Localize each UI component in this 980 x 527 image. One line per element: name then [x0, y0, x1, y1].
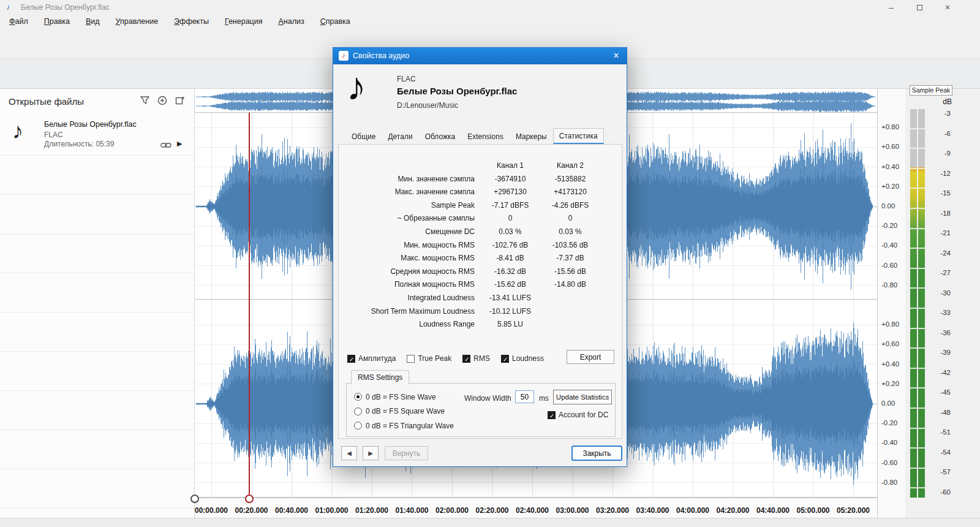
plus-circle-icon — [157, 96, 167, 105]
dialog-tab[interactable]: Статистика — [553, 128, 604, 144]
stat-option-checkbox[interactable]: RMS — [462, 354, 490, 363]
db-tick-label: -3 — [926, 110, 951, 117]
window-width-input[interactable] — [515, 390, 534, 403]
stats-row-label: Sample Peak — [344, 199, 480, 213]
stats-channel2-value: 0 — [541, 212, 600, 226]
stats-channel1-value: -102.76 dB — [480, 239, 541, 252]
account-for-dc-checkbox[interactable]: Account for DC — [548, 411, 608, 419]
link-icon[interactable] — [160, 142, 172, 150]
stats-channel1-value: -7.17 dBFS — [480, 199, 541, 213]
dialog-file-path: D:/Lenouser/Music — [397, 101, 458, 110]
timeline-tick-label: 02:00.000 — [431, 506, 473, 515]
stat-option-checkbox[interactable]: Loudness — [501, 354, 544, 363]
stats-channel2-value: -103.56 dB — [541, 239, 600, 252]
menu-item[interactable]: Генерация — [217, 15, 271, 29]
amplitude-tick-label: +0.60 — [881, 340, 899, 347]
timeline-tick-label: 03:00.000 — [551, 506, 594, 515]
stat-option-checkbox[interactable]: Амплитуда — [347, 354, 396, 363]
menu-item[interactable]: Вид — [78, 15, 108, 29]
checkbox-icon — [462, 355, 470, 363]
dialog-prev-button[interactable]: ◀ — [341, 446, 357, 460]
dialog-close-footer-button[interactable]: Закрыть — [571, 445, 622, 461]
rms-reference-radios: 0 dB = FS Sine Wave 0 dB = FS Square Wav… — [354, 390, 454, 433]
file-format: FLAC — [44, 131, 63, 139]
amplitude-tick-label: -0.60 — [881, 262, 897, 269]
dialog-file-format: FLAC — [397, 75, 416, 83]
timeline-tick-label: 05:00.000 — [792, 506, 835, 515]
timeline-tick-label: 04:20.000 — [712, 506, 755, 515]
export-button[interactable]: Export — [567, 350, 614, 364]
dialog-tabs: ОбщиеДеталиОбложкаExtensionsМаркерыСтати… — [345, 128, 616, 145]
timeline-ruler[interactable]: 00:00.00000:20.00000:40.00001:00.00001:2… — [195, 498, 877, 518]
maximize-button[interactable] — [905, 0, 933, 15]
stats-row-label: ~ Обрезанные сэмплы — [344, 212, 480, 226]
add-group-button[interactable] — [175, 95, 186, 106]
dialog-tab[interactable]: Маркеры — [510, 128, 553, 144]
rms-reference-radio[interactable]: 0 dB = FS Square Wave — [354, 404, 454, 419]
revert-button[interactable]: Вернуть — [385, 446, 428, 460]
file-play-button[interactable]: ▶ — [177, 140, 182, 148]
checkbox-label: Амплитуда — [358, 354, 396, 363]
rms-reference-radio[interactable]: 0 dB = FS Sine Wave — [354, 390, 454, 404]
stats-channel1-value: 5.85 LU — [480, 318, 541, 332]
close-button[interactable]: × — [933, 0, 962, 15]
selection-start-marker[interactable] — [190, 495, 199, 503]
menu-item[interactable]: Файл — [1, 15, 36, 29]
timeline-tick-label: 03:40.000 — [631, 506, 674, 515]
stats-row-label: Short Term Maximum Loudness — [344, 305, 480, 319]
file-list-item[interactable]: ♪ Белые Розы Оренбург.flac FLAC Длительн… — [0, 116, 195, 155]
dialog-tab[interactable]: Детали — [382, 128, 418, 144]
statistics-options: Амплитуда True Peak RMS Loudness — [347, 352, 544, 365]
playback-cursor-marker[interactable] — [245, 495, 254, 503]
app-window: ♪ Белые Розы Оренбург.flac – × ФайлПравк… — [0, 0, 980, 527]
rms-reference-radio[interactable]: 0 dB = FS Triangular Wave — [354, 419, 454, 433]
stats-channel2-value: -15.56 dB — [541, 265, 600, 279]
stats-row-label: Смещение DC — [344, 226, 480, 239]
sidebar-actions — [139, 95, 186, 106]
db-tick-label: -30 — [926, 289, 951, 297]
menu-item[interactable]: Анализ — [271, 15, 312, 29]
filter-button[interactable] — [139, 95, 150, 106]
stats-channel2-value: -4.26 dBFS — [541, 199, 600, 213]
db-tick-label: -39 — [926, 349, 951, 356]
stats-channel2-value — [541, 305, 600, 319]
amplitude-tick-label: -0.80 — [881, 479, 897, 486]
window-width-label: Window Width — [464, 394, 511, 403]
dialog-file-note-icon: ♪ — [347, 64, 366, 109]
db-tick-label: -36 — [926, 329, 951, 336]
db-tick-label: -6 — [926, 130, 951, 137]
minimize-button[interactable]: – — [877, 0, 905, 15]
dialog-close-button[interactable]: × — [609, 50, 623, 62]
radio-label: 0 dB = FS Square Wave — [366, 407, 445, 415]
timeline-tick-label: 02:20.000 — [471, 506, 514, 515]
radio-label: 0 dB = FS Triangular Wave — [366, 422, 454, 430]
db-tick-label: -60 — [926, 488, 951, 496]
stats-row-label: Средняя мощность RMS — [344, 265, 480, 279]
filter-icon — [140, 96, 149, 105]
amplitude-tick-label: -0.60 — [881, 459, 897, 466]
dialog-tab[interactable]: Общие — [345, 128, 382, 144]
dialog-tab[interactable]: Обложка — [419, 128, 462, 144]
amplitude-tick-label: +0.80 — [881, 320, 899, 328]
checkbox-label: Account for DC — [559, 411, 608, 419]
db-tick-label: -27 — [926, 269, 951, 276]
playback-cursor[interactable] — [249, 113, 250, 498]
box-plus-icon — [175, 96, 185, 105]
checkbox-icon — [548, 411, 556, 419]
menu-item[interactable]: Управление — [108, 15, 167, 29]
menu-item[interactable]: Справка — [312, 15, 358, 29]
menu-item[interactable]: Правка — [36, 15, 78, 29]
menu-item[interactable]: Эффекты — [166, 15, 217, 29]
timeline-tick-label: 01:20.000 — [350, 506, 393, 515]
stat-option-checkbox[interactable]: True Peak — [407, 354, 451, 363]
rms-settings-tab[interactable]: RMS Settings — [351, 370, 409, 385]
sample-peak-mode-button[interactable]: Sample Peak — [910, 85, 952, 96]
radio-label: 0 dB = FS Sine Wave — [366, 393, 436, 401]
checkbox-label: RMS — [473, 354, 490, 363]
update-statistics-button[interactable]: Update Statistics — [553, 390, 612, 404]
db-scale: -3-6-9-12-15-18-21-24-27-30-33-36-39-42-… — [929, 89, 953, 518]
dialog-tab[interactable]: Extensions — [461, 128, 510, 144]
add-file-button[interactable] — [157, 95, 168, 106]
dialog-next-button[interactable]: ▶ — [363, 446, 379, 460]
dialog-title-bar[interactable]: ♪ Свойства аудио × — [333, 48, 627, 64]
